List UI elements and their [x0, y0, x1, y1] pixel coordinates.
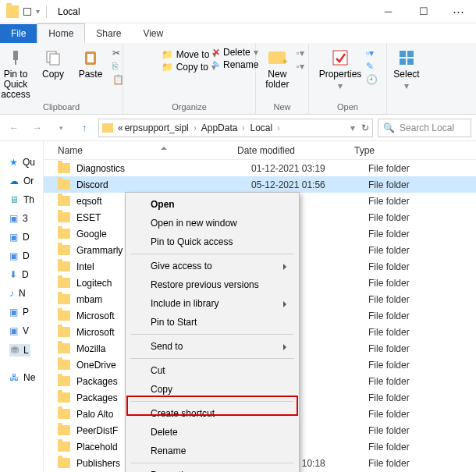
col-name[interactable]: Name	[58, 145, 237, 156]
back-button[interactable]: ←	[5, 119, 23, 137]
nav-icon: ★	[9, 157, 18, 168]
edit-icon[interactable]: ✎	[366, 61, 378, 72]
nav-item[interactable]: ▣D	[9, 250, 30, 261]
nav-icon: ♪	[9, 288, 14, 299]
nav-item[interactable]: ☁Or	[9, 176, 34, 186]
easy-access-icon[interactable]: ▫▾	[296, 61, 304, 72]
menu-open-new-window[interactable]: Open in new window	[127, 214, 297, 232]
minimize-button[interactable]: ─	[371, 0, 406, 23]
file-type: File folder	[368, 376, 410, 387]
pin-icon	[5, 48, 26, 68]
nav-icon: ▣	[9, 307, 18, 318]
nav-icon: 🖥	[9, 194, 19, 205]
file-name: Discord	[76, 179, 251, 190]
file-type: File folder	[368, 360, 410, 371]
close-button[interactable]: ⋯	[441, 0, 476, 23]
rename-button[interactable]: ✎Rename	[212, 59, 258, 70]
new-folder-icon: ✦	[267, 48, 287, 68]
select-button[interactable]: Select ▾	[391, 44, 422, 91]
nav-item[interactable]: ⬇D	[9, 269, 29, 280]
address-bar[interactable]: « erpsupport_sipl› AppData› Local› ▾ ↻	[98, 119, 373, 137]
menu-open[interactable]: Open	[127, 195, 297, 214]
properties-button[interactable]: Properties ▾	[318, 44, 363, 91]
forward-button[interactable]: →	[28, 119, 47, 137]
pin-to-quick-access-button[interactable]: Pin to Quick access	[0, 44, 33, 101]
folder-icon	[58, 425, 70, 435]
history-icon[interactable]: 🕘	[366, 74, 378, 85]
new-folder-button[interactable]: ✦ New folder	[260, 44, 294, 90]
svg-rect-7	[400, 51, 406, 57]
table-row[interactable]: Discord05-12-2021 01:56File folder	[44, 176, 476, 193]
menu-properties[interactable]: Properties	[127, 466, 297, 472]
menu-restore-versions[interactable]: Restore previous versions	[127, 275, 297, 294]
file-type: File folder	[368, 343, 410, 354]
nav-item[interactable]: ★Qu	[9, 157, 35, 168]
copy-to-button[interactable]: 📁Copy to ▾	[162, 62, 216, 73]
menu-cut[interactable]: Cut	[127, 361, 297, 380]
nav-icon: ⛃	[11, 345, 19, 356]
cut-icon[interactable]: ✂	[112, 48, 124, 59]
menu-send-to[interactable]: Send to	[127, 337, 297, 356]
menu-create-shortcut[interactable]: Create shortcut	[127, 404, 297, 423]
menu-pin-quick-access[interactable]: Pin to Quick access	[127, 232, 297, 251]
table-row[interactable]: Diagnostics01-12-2021 03:19File folder	[44, 160, 476, 176]
ribbon-tabs: File Home Share View	[0, 23, 476, 43]
breadcrumb[interactable]: erpsupport_sipl	[125, 122, 189, 133]
folder-icon	[58, 376, 70, 386]
open-icon[interactable]: ▫▾	[366, 48, 378, 59]
file-type: File folder	[368, 442, 410, 452]
nav-item[interactable]: ⛃L	[9, 344, 30, 357]
menu-delete[interactable]: Delete	[127, 423, 297, 442]
group-label-organize: Organize	[172, 102, 207, 114]
menu-include-in-library[interactable]: Include in library	[127, 294, 297, 313]
nav-pane[interactable]: ★Qu☁Or🖥Th▣3▣D▣D⬇D♪N▣P▣V⛃L🖧Ne	[0, 141, 44, 472]
group-label-clipboard: Clipboard	[43, 102, 80, 114]
nav-item[interactable]: 🖧Ne	[9, 372, 35, 383]
tab-file[interactable]: File	[0, 24, 37, 43]
file-type: File folder	[368, 212, 410, 223]
paste-button[interactable]: Paste	[73, 44, 108, 80]
tab-home[interactable]: Home	[37, 23, 85, 43]
nav-item[interactable]: ▣V	[9, 325, 29, 336]
file-type: File folder	[368, 163, 410, 174]
folder-icon	[58, 278, 70, 288]
col-type[interactable]: Type	[354, 145, 432, 156]
new-item-icon[interactable]: ▫▾	[296, 48, 304, 59]
move-to-button[interactable]: 📁Move to ▾	[162, 49, 218, 60]
select-icon	[396, 48, 417, 68]
tab-view[interactable]: View	[132, 24, 174, 43]
paste-shortcut-icon[interactable]: 📋	[112, 74, 124, 85]
address-dropdown-icon[interactable]: ▾	[350, 122, 355, 133]
nav-item[interactable]: ▣P	[9, 307, 29, 318]
col-date[interactable]: Date modified	[237, 145, 354, 156]
maximize-button[interactable]: ☐	[406, 0, 441, 23]
folder-icon	[58, 343, 70, 353]
up-button[interactable]: ↑	[75, 119, 94, 137]
copy-icon	[43, 48, 63, 68]
refresh-icon[interactable]: ↻	[361, 122, 369, 133]
delete-button[interactable]: ✕Delete ▾	[212, 47, 258, 58]
menu-pin-to-start[interactable]: Pin to Start	[127, 313, 297, 332]
recent-dropdown[interactable]: ▾	[52, 119, 70, 137]
dropdown-icon[interactable]: ▾	[36, 7, 40, 16]
column-headers[interactable]: Name Date modified Type	[44, 141, 476, 160]
menu-copy[interactable]: Copy	[127, 380, 297, 399]
copy-button[interactable]: Copy	[36, 44, 70, 80]
folder-icon	[102, 123, 113, 133]
nav-item[interactable]: ▣3	[9, 213, 28, 224]
quick-access-icon[interactable]	[23, 8, 31, 16]
menu-rename[interactable]: Rename	[127, 442, 297, 460]
nav-item[interactable]: 🖥Th	[9, 194, 34, 205]
menu-give-access-to[interactable]: Give access to	[127, 257, 297, 275]
copy-path-icon[interactable]: ⎘	[112, 61, 124, 72]
nav-item[interactable]: ♪N	[9, 288, 26, 299]
folder-icon	[58, 294, 70, 304]
nav-item[interactable]: ▣D	[9, 232, 30, 243]
svg-rect-6	[333, 51, 347, 65]
search-input[interactable]: 🔍 Search Local	[378, 119, 471, 137]
breadcrumb[interactable]: AppData	[201, 122, 238, 133]
breadcrumb[interactable]: Local	[250, 122, 272, 133]
tab-share[interactable]: Share	[85, 24, 132, 43]
move-icon: 📁	[162, 49, 173, 60]
folder-icon	[58, 245, 70, 255]
